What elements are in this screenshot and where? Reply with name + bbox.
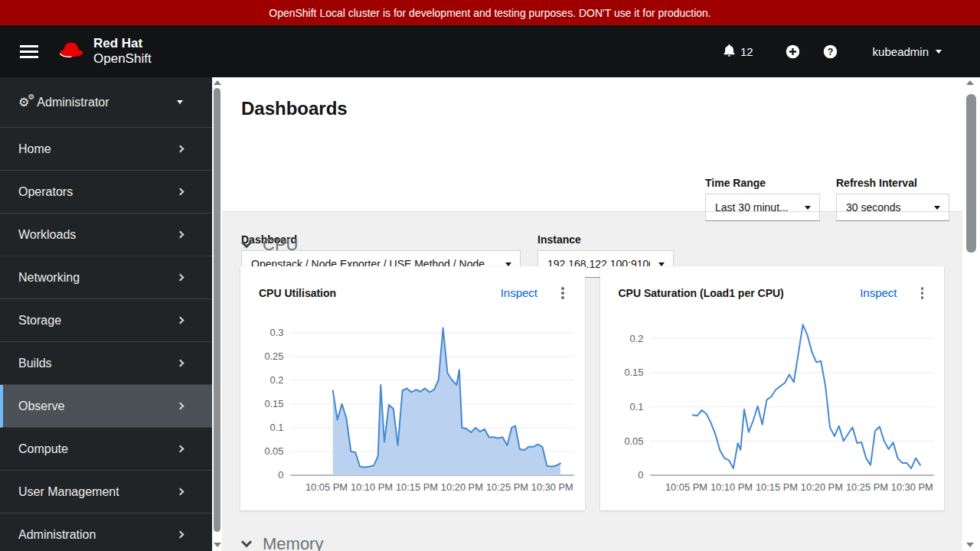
svg-text:0.1: 0.1 xyxy=(270,422,284,433)
svg-text:10:15 PM: 10:15 PM xyxy=(755,481,797,493)
inspect-link[interactable]: Inspect xyxy=(501,286,537,299)
content-scrollbar[interactable] xyxy=(212,77,222,551)
svg-text:10:25 PM: 10:25 PM xyxy=(845,481,887,493)
user-menu-button[interactable]: kubeadmin xyxy=(868,44,946,59)
time-range-label: Time Range xyxy=(705,177,766,189)
chevron-right-icon xyxy=(177,360,185,367)
chevron-down-icon xyxy=(240,538,253,550)
sidebar-item-storage[interactable]: Storage xyxy=(0,299,212,342)
caret-down-icon xyxy=(934,206,940,210)
card-title: CPU Saturation (Load1 per CPU) xyxy=(619,287,861,299)
svg-text:0.2: 0.2 xyxy=(629,333,643,344)
perspective-label: Administrator xyxy=(37,96,109,109)
chevron-down-icon xyxy=(240,239,253,251)
svg-text:0.05: 0.05 xyxy=(264,445,283,457)
svg-text:10:25 PM: 10:25 PM xyxy=(486,481,528,493)
cpu-saturation-chart: 00.050.10.150.210:05 PM10:10 PM10:15 PM1… xyxy=(600,306,945,504)
chevron-right-icon xyxy=(177,231,185,239)
inspect-link[interactable]: Inspect xyxy=(860,286,897,299)
caret-down-icon xyxy=(177,100,183,104)
notification-count: 12 xyxy=(740,45,753,58)
svg-text:0.2: 0.2 xyxy=(270,374,284,386)
cpu-section-title: CPU xyxy=(263,235,298,255)
svg-text:?: ? xyxy=(827,46,833,57)
page-title: Dashboards xyxy=(241,98,348,119)
sidebar-item-home[interactable]: Home xyxy=(0,128,212,171)
sidebar-item-workloads[interactable]: Workloads xyxy=(0,214,212,256)
scroll-down-arrow-icon[interactable] xyxy=(214,543,221,547)
redhat-fedora-icon xyxy=(57,38,86,64)
svg-text:10:15 PM: 10:15 PM xyxy=(396,481,438,493)
svg-text:10:10 PM: 10:10 PM xyxy=(351,481,393,493)
caret-down-icon xyxy=(936,50,942,54)
chevron-right-icon xyxy=(177,531,185,539)
bell-icon xyxy=(724,44,735,60)
scroll-down-arrow-icon[interactable] xyxy=(966,543,974,547)
sidebar-item-administration[interactable]: Administration xyxy=(0,514,212,551)
card-title: CPU Utilisation xyxy=(259,287,501,299)
sidebar-item-builds[interactable]: Builds xyxy=(0,342,212,385)
dashboards-header: Dashboards Time Range Last 30 minut... R… xyxy=(222,77,962,211)
perspective-switcher[interactable]: ⚙⚙ Administrator xyxy=(0,77,212,128)
brand-line1: Red Hat xyxy=(93,36,152,51)
svg-text:10:05 PM: 10:05 PM xyxy=(305,481,348,493)
sidebar-item-networking[interactable]: Networking xyxy=(0,256,212,299)
scroll-up-arrow-icon[interactable] xyxy=(214,80,221,85)
brand-logo: Red Hat OpenShift xyxy=(57,36,152,66)
svg-text:10:20 PM: 10:20 PM xyxy=(800,481,842,493)
nav-toggle-button[interactable] xyxy=(18,42,40,61)
svg-text:10:10 PM: 10:10 PM xyxy=(710,481,752,493)
masthead: Red Hat OpenShift 12 ? xyxy=(0,25,980,77)
svg-text:10:30 PM: 10:30 PM xyxy=(890,481,933,493)
scrollbar-thumb[interactable] xyxy=(214,88,220,532)
cogs-icon: ⚙⚙ xyxy=(18,96,29,109)
cpu-utilisation-card: CPU Utilisation Inspect 00.050.10.150.20… xyxy=(240,266,585,510)
brand-line2: OpenShift xyxy=(93,51,152,67)
sidebar-item-compute[interactable]: Compute xyxy=(0,428,212,471)
svg-text:0: 0 xyxy=(638,469,643,481)
main-content: Dashboards Time Range Last 30 minut... R… xyxy=(222,77,962,551)
svg-text:0: 0 xyxy=(278,469,283,481)
sidebar-nav: ⚙⚙ Administrator Home Operators Workload… xyxy=(0,77,212,551)
cpu-utilisation-chart: 00.050.10.150.20.250.310:05 PM10:10 PM10… xyxy=(240,306,585,504)
caret-down-icon xyxy=(805,206,811,210)
username: kubeadmin xyxy=(873,45,929,58)
add-button[interactable] xyxy=(786,44,800,59)
memory-section-toggle[interactable]: Memory xyxy=(240,533,944,551)
svg-text:0.1: 0.1 xyxy=(629,401,643,412)
question-circle-icon: ? xyxy=(823,44,838,59)
plus-circle-icon xyxy=(786,44,800,59)
refresh-interval-label: Refresh Interval xyxy=(836,177,917,189)
banner-text: OpenShift Local cluster is for developme… xyxy=(269,7,711,19)
svg-text:10:30 PM: 10:30 PM xyxy=(531,481,573,493)
chevron-right-icon xyxy=(177,317,185,324)
page-scrollbar[interactable] xyxy=(962,77,980,551)
kebab-menu-button[interactable] xyxy=(919,285,926,302)
dashboards-body: CPU CPU Utilisation Inspect 00.050.10.15… xyxy=(222,211,962,551)
scrollbar-thumb[interactable] xyxy=(966,94,976,253)
notifications-button[interactable]: 12 xyxy=(719,43,758,60)
sidebar-item-user-management[interactable]: User Management xyxy=(0,471,212,514)
chevron-right-icon xyxy=(177,488,185,496)
svg-text:10:05 PM: 10:05 PM xyxy=(665,481,707,493)
svg-text:10:20 PM: 10:20 PM xyxy=(441,481,483,493)
scroll-up-arrow-icon[interactable] xyxy=(966,80,974,85)
svg-text:0.05: 0.05 xyxy=(624,435,643,447)
svg-text:0.3: 0.3 xyxy=(270,327,284,338)
chevron-right-icon xyxy=(177,274,185,282)
memory-section-title: Memory xyxy=(263,534,323,551)
chevron-right-icon xyxy=(177,403,185,410)
chevron-right-icon xyxy=(177,445,185,453)
help-button[interactable]: ? xyxy=(823,44,838,59)
cpu-saturation-card: CPU Saturation (Load1 per CPU) Inspect 0… xyxy=(600,266,945,510)
sidebar-item-operators[interactable]: Operators xyxy=(0,171,212,214)
dev-warning-banner: OpenShift Local cluster is for developme… xyxy=(0,0,980,25)
cpu-section-toggle[interactable]: CPU xyxy=(240,234,944,256)
chevron-right-icon xyxy=(177,145,185,153)
svg-text:0.15: 0.15 xyxy=(624,367,643,378)
kebab-menu-button[interactable] xyxy=(559,285,567,302)
sidebar-item-observe[interactable]: Observe xyxy=(0,385,212,428)
svg-text:0.15: 0.15 xyxy=(264,398,283,409)
svg-text:0.25: 0.25 xyxy=(264,350,283,362)
chevron-right-icon xyxy=(177,188,185,196)
